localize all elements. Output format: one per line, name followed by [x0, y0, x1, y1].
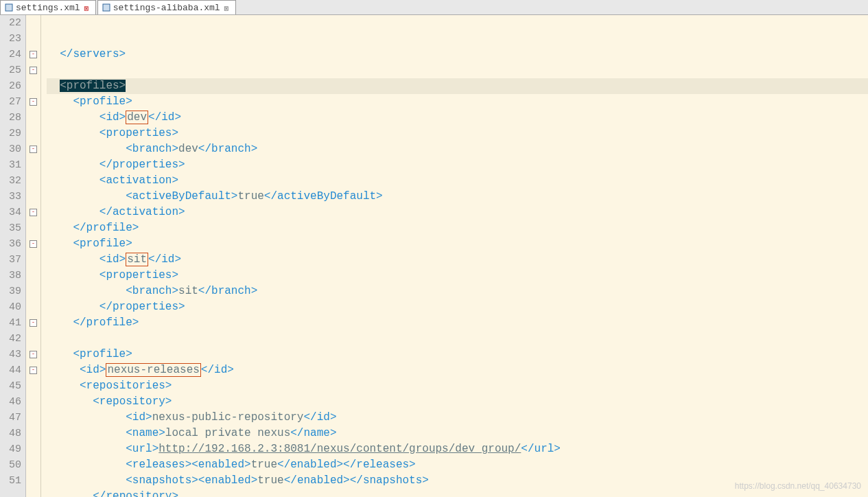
code-line[interactable]: <profile>: [47, 94, 868, 110]
code-line[interactable]: [47, 331, 868, 347]
line-number: 49: [3, 441, 21, 457]
line-number: 51: [3, 473, 21, 489]
line-number: 34: [3, 205, 21, 220]
fold-toggle-icon[interactable]: -: [30, 209, 37, 216]
tab-bar: settings.xml ⊠ settings-alibaba.xml ⊠: [0, 0, 868, 15]
code-line[interactable]: <profile>: [47, 347, 868, 362]
code-line[interactable]: <id>nexus-public-repository</id>: [47, 410, 868, 426]
line-number: 45: [3, 378, 21, 394]
code-line[interactable]: <branch>sit</branch>: [47, 284, 868, 299]
line-number: 32: [3, 173, 21, 189]
editor: 2223242526272829303132333435363738394041…: [0, 15, 868, 497]
line-number: 36: [3, 236, 21, 252]
code-line[interactable]: <id>sit</id>: [47, 252, 868, 268]
fold-toggle-icon[interactable]: -: [30, 240, 37, 248]
code-line[interactable]: </properties>: [47, 299, 868, 315]
watermark: https://blog.csdn.net/qq_40634730: [735, 478, 861, 494]
fold-column: ---------: [26, 15, 41, 497]
line-number: 40: [3, 299, 21, 315]
fold-toggle-icon[interactable]: -: [30, 146, 37, 153]
code-line[interactable]: <properties>: [47, 126, 868, 141]
code-line[interactable]: <activeByDefault>true</activeByDefault>: [47, 189, 868, 205]
line-number: 27: [3, 94, 21, 110]
line-gutter: 2223242526272829303132333435363738394041…: [0, 15, 26, 497]
code-area[interactable]: </servers> <profiles> <profile> <id>dev<…: [41, 15, 868, 497]
line-number: 48: [3, 426, 21, 441]
fold-toggle-icon[interactable]: -: [30, 51, 37, 58]
line-number: 43: [3, 347, 21, 362]
line-number: 24: [3, 47, 21, 62]
fold-toggle-icon[interactable]: -: [30, 98, 37, 106]
line-number: 42: [3, 331, 21, 347]
line-number: 29: [3, 126, 21, 141]
fold-toggle-icon[interactable]: -: [30, 367, 37, 374]
line-number: 38: [3, 268, 21, 284]
code-line[interactable]: <url>http://192.168.2.3:8081/nexus/conte…: [47, 441, 868, 457]
line-number: 35: [3, 220, 21, 236]
code-line[interactable]: <activation>: [47, 173, 868, 189]
close-icon[interactable]: ⊠: [84, 4, 91, 11]
svg-rect-0: [5, 4, 12, 11]
line-number: 22: [3, 15, 21, 31]
line-number: 30: [3, 141, 21, 157]
line-number: 41: [3, 315, 21, 331]
code-line[interactable]: <repository>: [47, 394, 868, 410]
code-line[interactable]: </profile>: [47, 220, 868, 236]
svg-rect-1: [103, 4, 110, 11]
fold-toggle-icon[interactable]: -: [30, 319, 37, 327]
code-line[interactable]: <id>dev</id>: [47, 110, 868, 126]
tab-settings-xml[interactable]: settings.xml ⊠: [0, 0, 96, 14]
line-number: 46: [3, 394, 21, 410]
file-icon: [102, 3, 110, 12]
tab-label: settings-alibaba.xml: [113, 3, 220, 13]
code-line[interactable]: </activation>: [47, 205, 868, 220]
line-number: 31: [3, 157, 21, 173]
code-line[interactable]: </profile>: [47, 315, 868, 331]
code-line[interactable]: </servers>: [47, 47, 868, 62]
line-number: 23: [3, 31, 21, 47]
line-number: 39: [3, 284, 21, 299]
line-number: 37: [3, 252, 21, 268]
line-number: 28: [3, 110, 21, 126]
line-number: 47: [3, 410, 21, 426]
code-line[interactable]: <name>local private nexus</name>: [47, 426, 868, 441]
code-line[interactable]: <repositories>: [47, 378, 868, 394]
line-number: 33: [3, 189, 21, 205]
tab-label: settings.xml: [16, 3, 80, 13]
code-line[interactable]: <profile>: [47, 236, 868, 252]
line-number: 26: [3, 78, 21, 94]
fold-toggle-icon[interactable]: -: [30, 351, 37, 358]
code-line[interactable]: <branch>dev</branch>: [47, 141, 868, 157]
file-icon: [5, 3, 13, 12]
tab-settings-alibaba-xml[interactable]: settings-alibaba.xml ⊠: [97, 0, 236, 14]
fold-toggle-icon[interactable]: -: [30, 67, 37, 74]
line-number: 44: [3, 362, 21, 378]
code-line[interactable]: <releases><enabled>true</enabled></relea…: [47, 457, 868, 473]
code-line[interactable]: <profiles>: [47, 78, 868, 94]
code-line[interactable]: </properties>: [47, 157, 868, 173]
line-number: 50: [3, 457, 21, 473]
code-line[interactable]: <id>nexus-releases</id>: [47, 362, 868, 378]
line-number: 25: [3, 62, 21, 78]
code-line[interactable]: <properties>: [47, 268, 868, 284]
code-line[interactable]: [47, 62, 868, 78]
close-icon[interactable]: ⊠: [224, 4, 231, 11]
